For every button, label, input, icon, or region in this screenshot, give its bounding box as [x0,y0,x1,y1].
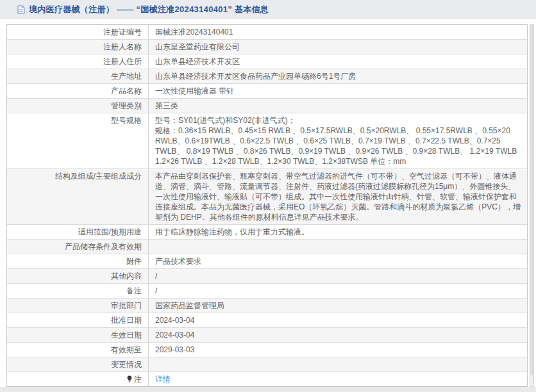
table-row: 其他内容/ [7,269,527,284]
row-label: 有效期至 [7,343,149,357]
row-label: 注 [7,372,149,386]
row-value: 山东单县经济技术开发区食品药品产业园单砀路6号1号厂房 [149,69,527,83]
table-row: 批准日期2024-03-04 [7,313,527,328]
table-row: 备注/ [7,284,527,298]
row-label-text: 注册证编号 [103,28,142,37]
table-row: 型号规格型号：SY01(进气式)和SY02(非进气式)； 规格：0.36×15 … [7,113,527,169]
table-row: 有效期至2029-03-03 [7,343,527,357]
table-row: 注册人住所山东单县经济技术开发区 [7,54,527,69]
row-label: 变更情况 [7,357,149,372]
table-row: 结构及组成/主要组成成分本产品由穿刺器保护套、瓶塞穿刺器、带空气过滤器的进气件（… [7,169,527,225]
row-label: 生产地址 [7,69,149,83]
row-label: 结构及组成/主要组成成分 [7,169,149,224]
row-value: 用于临床静脉输注药物，仅用于重力式输液。 [149,225,527,239]
row-value: 本产品由穿刺器保护套、瓶塞穿刺器、带空气过滤器的进气件（可不带）、空气过滤器（可… [149,169,527,224]
row-value: 详情 [149,372,527,386]
table-row: 附件产品技术要求 [7,254,527,269]
row-label-text: 结构及组成/主要组成成分 [55,172,142,181]
row-label: 生效日期 [7,328,149,342]
row-value: / [149,269,527,283]
row-value [149,240,527,254]
row-label-text: 生产地址 [111,72,142,81]
row-label-text: 注册人名称 [103,42,142,51]
row-value: 一次性使用输液器 带针 [149,84,527,98]
row-label: 适用范围/预期用途 [7,225,149,239]
row-value: 产品技术要求 [149,254,527,268]
row-label: 产品名称 [7,84,149,98]
row-value: 第三类 [149,99,527,113]
table-row: 注册人名称山东皇圣堂药业有限公司 [7,40,527,54]
row-label-text: 注 [134,375,142,384]
table-row: 生产地址山东单县经济技术开发区食品药品产业园单砀路6号1号厂房 [7,69,527,84]
row-value: / [149,284,527,298]
row-label: 管理类别 [7,99,149,113]
row-label: 注册证编号 [7,25,149,39]
table-row: 审批部门国家药品监督管理局 [7,298,527,313]
info-table: 注册证编号国械注准20243140401注册人名称山东皇圣堂药业有限公司注册人住… [6,24,528,387]
table-row: 注详情 [7,372,527,386]
row-value: 2024-03-04 [149,328,527,342]
row-label-text: 变更情况 [111,360,142,369]
row-label: 附件 [7,254,149,268]
row-label-text: 产品储存条件及有效期 [65,242,142,251]
table-row: 产品名称一次性使用输液器 带针 [7,84,527,99]
row-label: 注册人住所 [7,54,149,69]
row-label: 其他内容 [7,269,149,283]
row-label-text: 有效期至 [111,345,142,354]
row-label-text: 审批部门 [111,301,142,310]
row-value: 山东单县经济技术开发区 [149,54,527,69]
bottom-strip [0,387,536,392]
row-label: 备注 [7,284,149,298]
row-label: 审批部门 [7,298,149,313]
row-label: 批准日期 [7,313,149,327]
bulb-icon [126,375,133,382]
page-title: 境内医疗器械（注册） —— “国械注准20243140401” 基本信息 [29,4,269,15]
row-label-text: 产品名称 [111,86,142,95]
row-value: 国械注准20243140401 [149,25,527,39]
row-value: 型号：SY01(进气式)和SY02(非进气式)； 规格：0.36×15 RWLB… [149,113,527,168]
row-label: 产品储存条件及有效期 [7,240,149,254]
row-label-text: 批准日期 [111,316,142,325]
row-value: 山东皇圣堂药业有限公司 [149,40,527,54]
row-label-text: 其他内容 [111,272,142,281]
row-value: 2024-03-04 [149,313,527,327]
row-label-text: 备注 [126,286,142,295]
scrollbar-thumb[interactable] [530,25,533,375]
page-header: 境内医疗器械（注册） —— “国械注准20243140401” 基本信息 [0,0,536,19]
table-row: 生效日期2024-03-04 [7,328,527,343]
row-label-text: 生效日期 [111,331,142,339]
document-icon [17,5,25,14]
row-value: 2029-03-03 [149,343,527,357]
table-row: 管理类别第三类 [7,99,527,113]
row-label: 注册人名称 [7,40,149,54]
row-label-text: 适用范围/预期用途 [78,227,142,236]
table-row: 适用范围/预期用途用于临床静脉输注药物，仅用于重力式输液。 [7,225,527,240]
row-label: 型号规格 [7,113,149,168]
row-label-text: 注册人住所 [103,57,142,66]
row-label-text: 型号规格 [111,116,142,125]
row-value [149,357,527,372]
row-value: 国家药品监督管理局 [149,298,527,313]
table-row: 变更情况 [7,357,527,372]
details-link[interactable]: 详情 [155,375,171,384]
vertical-scrollbar[interactable] [530,24,534,387]
table-row: 产品储存条件及有效期 [7,240,527,254]
row-label-text: 管理类别 [111,101,142,110]
row-label-text: 附件 [126,257,142,266]
table-row: 注册证编号国械注准20243140401 [7,25,527,40]
